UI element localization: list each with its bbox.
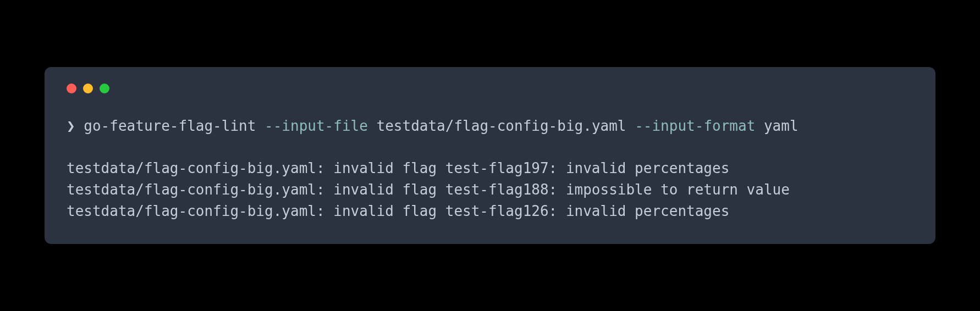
command-arg-input-file: testdata/flag-config-big.yaml xyxy=(368,118,635,134)
close-icon[interactable] xyxy=(67,84,76,93)
minimize-icon[interactable] xyxy=(83,84,93,93)
command-arg-input-format: yaml xyxy=(755,118,798,134)
window-controls xyxy=(67,84,913,93)
maximize-icon[interactable] xyxy=(100,84,109,93)
terminal-output: testdata/flag-config-big.yaml: invalid f… xyxy=(67,158,913,222)
output-line: testdata/flag-config-big.yaml: invalid f… xyxy=(67,179,913,201)
command-flag-input-file: --input-file xyxy=(265,118,368,134)
command-executable: go-feature-flag-lint xyxy=(84,118,265,134)
terminal-window: ❯ go-feature-flag-lint --input-file test… xyxy=(45,67,935,244)
output-line: testdata/flag-config-big.yaml: invalid f… xyxy=(67,201,913,222)
prompt-symbol: ❯ xyxy=(67,118,75,134)
command-flag-input-format: --input-format xyxy=(635,118,755,134)
output-line: testdata/flag-config-big.yaml: invalid f… xyxy=(67,158,913,179)
terminal-content[interactable]: ❯ go-feature-flag-lint --input-file test… xyxy=(67,115,913,222)
command-line: ❯ go-feature-flag-lint --input-file test… xyxy=(67,115,913,137)
